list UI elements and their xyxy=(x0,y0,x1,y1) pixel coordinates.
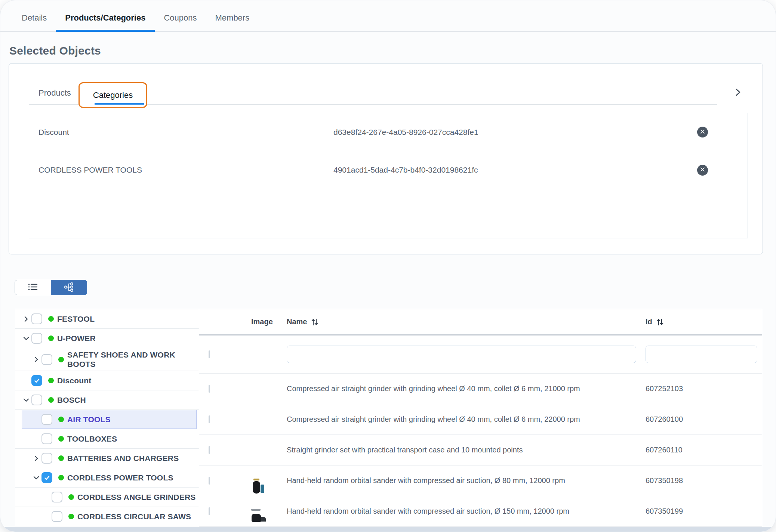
category-tree: FESTOOL U-POWER xyxy=(15,309,199,527)
main-tab[interactable]: Products/Categories xyxy=(65,13,145,32)
tree-row[interactable]: FESTOOL xyxy=(15,309,199,329)
tab-products[interactable]: Products xyxy=(39,88,71,98)
product-row-checkbox[interactable] xyxy=(209,507,210,515)
tree-checkbox[interactable] xyxy=(52,511,62,522)
tree-row[interactable]: U-POWER xyxy=(15,329,199,348)
tree-view-button[interactable] xyxy=(51,280,87,295)
tree-node-label: AIR TOOLS xyxy=(67,415,111,424)
tree-row[interactable]: AIR TOOLS xyxy=(22,410,197,429)
status-dot-icon xyxy=(58,417,64,422)
product-name: Hand-held random orbital sander with com… xyxy=(287,507,569,516)
list-view-button[interactable] xyxy=(15,280,51,295)
tab-categories[interactable]: Categories xyxy=(93,90,133,100)
app-window: Details Products/Categories Coupons Memb… xyxy=(0,0,776,532)
main-tab[interactable]: Details xyxy=(22,13,47,32)
main-tab-label: Coupons xyxy=(164,13,197,22)
tree-row[interactable]: Discount xyxy=(15,371,199,390)
product-rows: Compressed air straight grinder with gri… xyxy=(199,374,762,527)
close-icon xyxy=(700,129,705,135)
select-all-checkbox[interactable] xyxy=(209,350,210,358)
product-row[interactable]: Hand-held random orbital sander with com… xyxy=(199,466,762,496)
column-header-name[interactable]: Name xyxy=(287,318,307,326)
tree-expand-chevron-icon[interactable] xyxy=(31,453,41,464)
selected-object-row: CORDLESS POWER TOOLS 4901acd1-5dad-4c7b-… xyxy=(29,151,748,189)
product-row[interactable]: Straight grinder set with practical tran… xyxy=(199,435,762,466)
tree-node-label: CORDLESS ANGLE GRINDERS xyxy=(77,492,196,502)
tree-view-icon xyxy=(64,282,74,293)
tree-row[interactable]: BOSCH xyxy=(15,390,199,410)
tree-checkbox[interactable] xyxy=(41,433,52,444)
status-dot-icon xyxy=(48,378,54,383)
close-icon xyxy=(700,167,705,173)
product-id: 607260110 xyxy=(646,446,683,454)
tree-row[interactable]: BATTERIES AND CHARGERS xyxy=(15,449,199,468)
selected-object-uuid: 4901acd1-5dad-4c7b-b4f0-32d0198621fc xyxy=(333,166,697,174)
tree-checkbox[interactable] xyxy=(41,472,52,483)
tree-row[interactable]: SAFETY SHOES AND WORK BOOTS xyxy=(15,348,199,371)
main-tab-label: Details xyxy=(22,13,47,22)
status-dot-icon xyxy=(58,455,64,461)
page-title: Selected Objects xyxy=(9,44,101,57)
tree-node-label: BOSCH xyxy=(57,395,86,405)
window-bottom-edge xyxy=(0,527,776,532)
status-dot-icon xyxy=(48,316,54,322)
tree-checkbox[interactable] xyxy=(52,492,62,502)
main-tab[interactable]: Coupons xyxy=(164,13,197,32)
product-row[interactable]: Hand-held random orbital sander with com… xyxy=(199,496,762,527)
product-id: 607252103 xyxy=(646,384,683,393)
column-header-id[interactable]: Id xyxy=(646,318,652,326)
selected-object-name: CORDLESS POWER TOOLS xyxy=(39,166,333,174)
tree-node-label: TOOLBOXES xyxy=(67,434,117,443)
name-filter-input[interactable] xyxy=(287,346,636,363)
remove-selected-object-button[interactable] xyxy=(697,127,708,137)
status-dot-icon xyxy=(68,494,74,500)
tree-row[interactable]: CORDLESS ANGLE GRINDERS xyxy=(15,488,199,507)
tabs-scroll-right-button[interactable] xyxy=(730,84,746,101)
product-id: 607260100 xyxy=(646,415,683,424)
id-filter-input[interactable] xyxy=(646,346,757,363)
tree-row[interactable]: CORDLESS POWER TOOLS xyxy=(15,468,199,488)
selected-objects-card: Products Categories Discount d63e8f24-26… xyxy=(9,63,763,254)
status-dot-icon xyxy=(58,436,64,442)
tree-checkbox[interactable] xyxy=(31,375,42,386)
tree-row[interactable]: CORDLESS CIRCULAR SAWS xyxy=(15,507,199,526)
tree-node-label: FESTOOL xyxy=(57,314,95,324)
tree-checkbox[interactable] xyxy=(31,395,42,405)
tree-expand-chevron-icon[interactable] xyxy=(21,395,31,405)
column-header-image: Image xyxy=(246,318,273,326)
product-row[interactable]: Compressed air straight grinder with gri… xyxy=(199,404,762,435)
tree-node-label: Discount xyxy=(57,376,91,385)
tree-expand-chevron-icon[interactable] xyxy=(31,354,41,365)
product-table-header: Image Name Id xyxy=(199,309,762,335)
product-row-checkbox[interactable] xyxy=(209,415,210,423)
sort-icon[interactable] xyxy=(656,318,664,327)
tree-checkbox[interactable] xyxy=(41,414,52,425)
tree-expand-chevron-icon[interactable] xyxy=(31,473,41,483)
tree-row[interactable]: TOOLBOXES xyxy=(15,429,199,449)
tree-node-label: BATTERIES AND CHARGERS xyxy=(67,454,179,463)
remove-selected-object-button[interactable] xyxy=(697,165,708,176)
product-row-checkbox[interactable] xyxy=(209,446,210,454)
status-dot-icon xyxy=(48,397,54,403)
tree-expand-chevron-icon[interactable] xyxy=(21,333,31,344)
tree-checkbox[interactable] xyxy=(41,354,52,365)
product-id: 607350199 xyxy=(646,507,683,516)
selected-objects-list: Discount d63e8f24-267e-4a05-8926-027cca4… xyxy=(29,113,748,238)
tree-checkbox[interactable] xyxy=(41,453,52,464)
tree-expand-chevron-icon[interactable] xyxy=(21,314,31,324)
status-dot-icon xyxy=(58,475,64,480)
product-row[interactable]: Compressed air straight grinder with gri… xyxy=(199,374,762,404)
tree-checkbox[interactable] xyxy=(31,333,42,344)
status-dot-icon xyxy=(68,514,74,519)
selected-object-name: Discount xyxy=(39,128,333,137)
tree-checkbox[interactable] xyxy=(31,313,42,324)
status-dot-icon xyxy=(58,357,64,362)
product-table-filter-row xyxy=(199,335,762,374)
product-row-checkbox[interactable] xyxy=(209,477,210,485)
product-name: Compressed air straight grinder with gri… xyxy=(287,415,580,424)
product-row-checkbox[interactable] xyxy=(209,385,210,393)
main-tab[interactable]: Members xyxy=(215,13,250,32)
sort-icon[interactable] xyxy=(311,318,319,327)
list-view-icon xyxy=(28,283,38,292)
main-tab-label: Products/Categories xyxy=(65,13,145,22)
